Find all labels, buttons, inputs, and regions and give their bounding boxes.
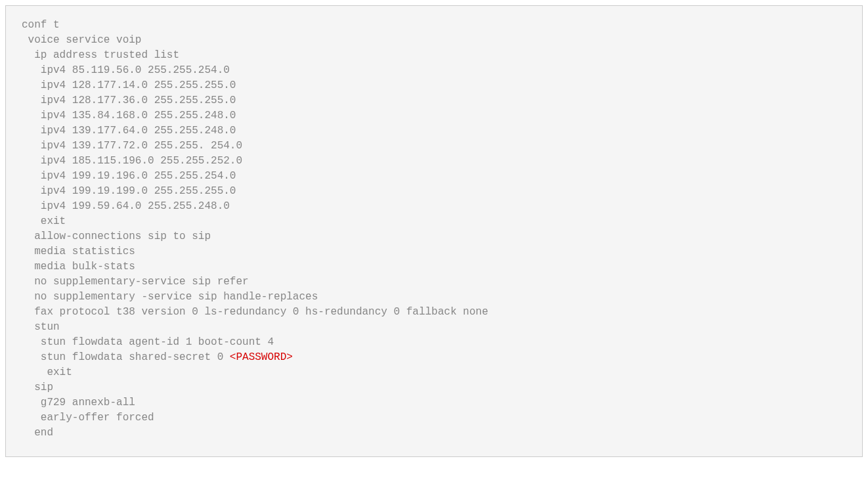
code-block: conf t voice service voip ip address tru… — [5, 5, 863, 457]
code-lines-after: exit sip g729 annexb-all early-offer for… — [22, 366, 154, 439]
code-content: conf t voice service voip ip address tru… — [22, 18, 846, 441]
secret-line-prefix: stun flowdata shared-secret 0 — [22, 351, 230, 363]
code-lines-before: conf t voice service voip ip address tru… — [22, 19, 488, 348]
password-placeholder: <PASSWORD> — [230, 351, 293, 363]
